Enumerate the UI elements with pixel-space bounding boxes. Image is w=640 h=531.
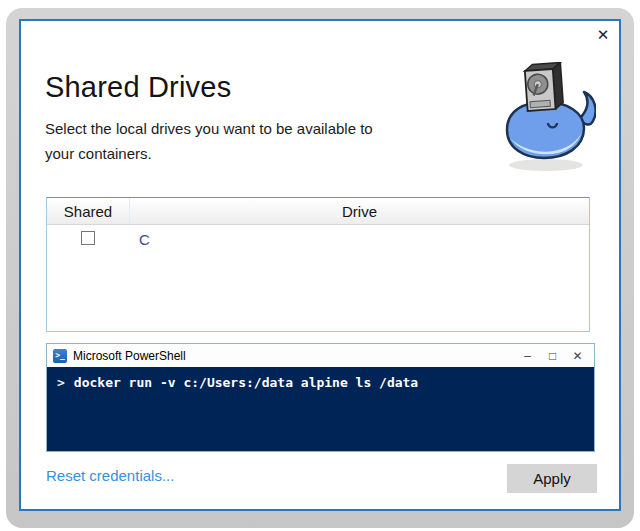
share-drive-checkbox[interactable] xyxy=(81,231,95,245)
powershell-titlebar: >_ Microsoft PowerShell – □ ✕ xyxy=(47,344,594,367)
docker-whale-icon xyxy=(500,62,596,174)
console-prompt: > xyxy=(57,375,65,390)
drives-table: Shared Drive C xyxy=(46,197,590,332)
console-line: >docker run -v c:/Users:/data alpine ls … xyxy=(57,375,584,390)
powershell-icon: >_ xyxy=(53,349,67,363)
column-header-shared: Shared xyxy=(47,198,130,224)
page-title: Shared Drives xyxy=(45,71,231,104)
column-header-drive: Drive xyxy=(130,198,589,224)
screen: ✕ Shared Drives Select the local drives … xyxy=(0,0,640,531)
shared-drives-dialog: ✕ Shared Drives Select the local drives … xyxy=(19,19,621,511)
table-row: C xyxy=(47,225,589,255)
drive-letter: C xyxy=(139,231,150,248)
minimize-icon[interactable]: – xyxy=(515,345,540,366)
subtitle-line-2: your containers. xyxy=(45,145,152,162)
close-icon[interactable]: ✕ xyxy=(593,25,613,45)
reset-credentials-link[interactable]: Reset credentials... xyxy=(46,467,174,484)
console-command: docker run -v c:/Users:/data alpine ls /… xyxy=(74,375,418,390)
powershell-console[interactable]: >docker run -v c:/Users:/data alpine ls … xyxy=(47,367,594,451)
subtitle-line-1: Select the local drives you want to be a… xyxy=(45,120,373,137)
hard-drive-icon xyxy=(524,63,563,111)
maximize-icon[interactable]: □ xyxy=(540,345,565,366)
apply-button[interactable]: Apply xyxy=(507,464,597,493)
powershell-window: >_ Microsoft PowerShell – □ ✕ >docker ru… xyxy=(46,343,595,452)
powershell-window-title: Microsoft PowerShell xyxy=(73,349,515,363)
powershell-close-icon[interactable]: ✕ xyxy=(565,345,590,366)
page-subtitle: Select the local drives you want to be a… xyxy=(45,116,373,166)
drives-table-header: Shared Drive xyxy=(47,198,589,225)
